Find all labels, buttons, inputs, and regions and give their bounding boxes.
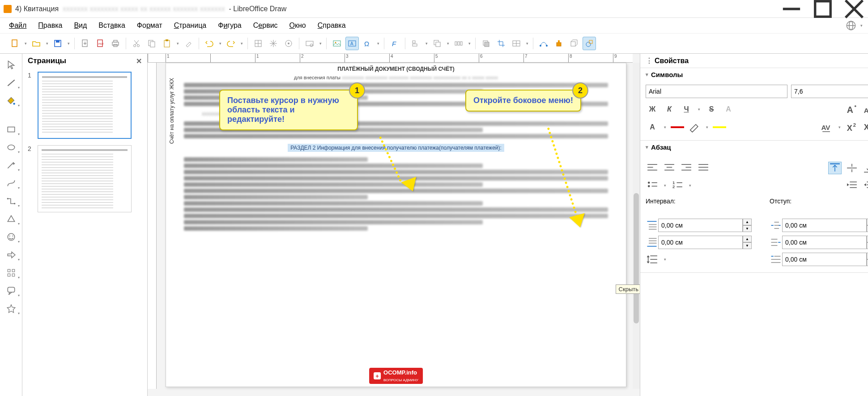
clone-format-button[interactable] (182, 37, 195, 50)
font-color-dropdown[interactable]: ▾ (663, 121, 667, 134)
char-spacing-button[interactable]: AV (820, 121, 834, 133)
cut-button[interactable] (130, 37, 143, 50)
align-dropdown[interactable]: ▾ (424, 37, 429, 50)
space-above-input[interactable] (658, 219, 743, 232)
arrange-dropdown[interactable]: ▾ (446, 37, 450, 50)
connector-tool[interactable] (4, 194, 19, 208)
export-button[interactable] (78, 37, 92, 50)
align-center-para-button[interactable] (663, 162, 676, 174)
space-below-input[interactable] (658, 236, 743, 249)
horizontal-ruler[interactable]: 11234567891011 (148, 54, 633, 63)
pages-panel-close-icon[interactable]: ✕ (136, 57, 142, 65)
language-icon[interactable] (846, 20, 856, 31)
window-minimize-button[interactable] (781, 2, 802, 16)
undo-button[interactable] (203, 37, 216, 50)
underline-button[interactable]: Ч (680, 103, 693, 116)
shadow-button[interactable] (479, 37, 493, 50)
copy-button[interactable] (145, 37, 158, 50)
zoom-button[interactable] (303, 37, 316, 50)
indent-left-input[interactable] (782, 219, 867, 232)
valign-middle-button[interactable] (845, 162, 859, 174)
font-color-button[interactable]: A (646, 121, 659, 133)
space-above-down[interactable]: ▼ (743, 225, 752, 232)
rectangle-tool[interactable] (4, 123, 19, 136)
superscript-button[interactable]: X2 (845, 121, 859, 133)
menu-file[interactable]: Файл (4, 20, 31, 31)
char-spacing-dropdown[interactable]: ▾ (837, 121, 842, 134)
flowchart-tool[interactable] (4, 266, 19, 280)
ellipse-tool[interactable] (4, 141, 19, 154)
save-dropdown[interactable]: ▾ (66, 37, 71, 50)
fill-color-tool[interactable] (4, 94, 19, 108)
extrusion-button[interactable] (567, 37, 581, 50)
space-below-up[interactable]: ▲ (743, 236, 752, 242)
increase-indent-button[interactable] (845, 179, 859, 192)
callout-tool[interactable] (4, 284, 19, 297)
bullet-list-dropdown[interactable]: ▾ (663, 179, 667, 192)
points-button[interactable] (537, 37, 550, 50)
new-doc-dropdown[interactable]: ▾ (23, 37, 28, 50)
window-close-button[interactable] (844, 2, 864, 16)
menu-insert[interactable]: Вставка (94, 20, 129, 31)
export-pdf-button[interactable]: PDF (94, 37, 107, 50)
language-dropdown[interactable]: ▾ (859, 19, 864, 32)
decrease-font-button[interactable]: A (862, 103, 868, 116)
distribute-button[interactable] (452, 37, 465, 50)
space-above-up[interactable]: ▲ (743, 219, 752, 225)
undo-dropdown[interactable]: ▾ (218, 37, 222, 50)
align-left-button[interactable] (409, 37, 422, 50)
redo-button[interactable] (224, 37, 238, 50)
vertical-ruler[interactable] (148, 63, 157, 389)
menu-shape[interactable]: Фигура (213, 20, 246, 31)
underline-dropdown[interactable]: ▾ (697, 103, 701, 116)
stars-tool[interactable] (4, 302, 19, 315)
line-color-tool[interactable] (4, 76, 19, 90)
strike-button[interactable]: S (705, 103, 718, 116)
basic-shapes-tool[interactable] (4, 212, 19, 226)
align-right-para-button[interactable] (680, 162, 693, 174)
valign-bottom-button[interactable] (862, 162, 868, 174)
redo-dropdown[interactable]: ▾ (239, 37, 244, 50)
menu-edit[interactable]: Правка (34, 20, 67, 31)
align-justify-para-button[interactable] (697, 162, 710, 174)
space-below-down[interactable]: ▼ (743, 242, 752, 249)
glue-button[interactable] (552, 37, 566, 50)
paste-button[interactable] (160, 37, 174, 50)
space-above-spinner[interactable]: ▲▼ (646, 219, 752, 232)
grid-button[interactable] (251, 37, 265, 50)
line-arrow-tool[interactable] (4, 159, 19, 172)
indent-first-input[interactable] (782, 253, 867, 266)
print-button[interactable] (109, 37, 122, 50)
line-spacing-button[interactable] (646, 253, 659, 266)
menu-tools[interactable]: Сервис (249, 20, 282, 31)
paste-dropdown[interactable]: ▾ (175, 37, 180, 50)
insert-special-char-button[interactable]: Ω (361, 37, 374, 50)
number-list-dropdown[interactable]: ▾ (688, 179, 692, 192)
valign-top-button[interactable] (828, 162, 842, 174)
new-doc-button[interactable] (8, 37, 21, 50)
indent-right-input[interactable] (782, 236, 867, 249)
increase-font-button[interactable]: A (845, 103, 859, 116)
curve-tool[interactable] (4, 176, 19, 190)
font-size-input[interactable] (791, 85, 868, 98)
drawing-canvas[interactable]: 11234567891011 ПЛАТЁЖНЫЙ ДОКУМЕНТ (СВОДН… (148, 54, 640, 396)
space-below-spinner[interactable]: ▲▼ (646, 236, 752, 249)
open-dropdown[interactable]: ▾ (45, 37, 49, 50)
special-char-dropdown[interactable]: ▾ (376, 37, 380, 50)
save-button[interactable] (51, 37, 64, 50)
shadow-text-button[interactable]: A (722, 103, 735, 116)
menu-page[interactable]: Страница (170, 20, 211, 31)
menu-format[interactable]: Формат (132, 20, 167, 31)
draw-functions-button[interactable] (583, 37, 596, 50)
snap-button[interactable] (267, 37, 280, 50)
font-name-input[interactable] (646, 85, 787, 98)
menu-view[interactable]: Вид (69, 20, 91, 31)
bold-button[interactable]: Ж (646, 103, 659, 116)
italic-button[interactable]: К (663, 103, 676, 116)
doc-highlighted-text[interactable]: РАЗДЕЛ 2 Информация для внесения получат… (288, 144, 504, 152)
number-list-button[interactable]: 12 (671, 179, 684, 192)
window-maximize-button[interactable] (813, 2, 833, 16)
line-spacing-dropdown[interactable]: ▾ (663, 253, 667, 266)
guides-button[interactable] (282, 37, 295, 50)
insert-textbox-button[interactable]: A (345, 37, 359, 50)
